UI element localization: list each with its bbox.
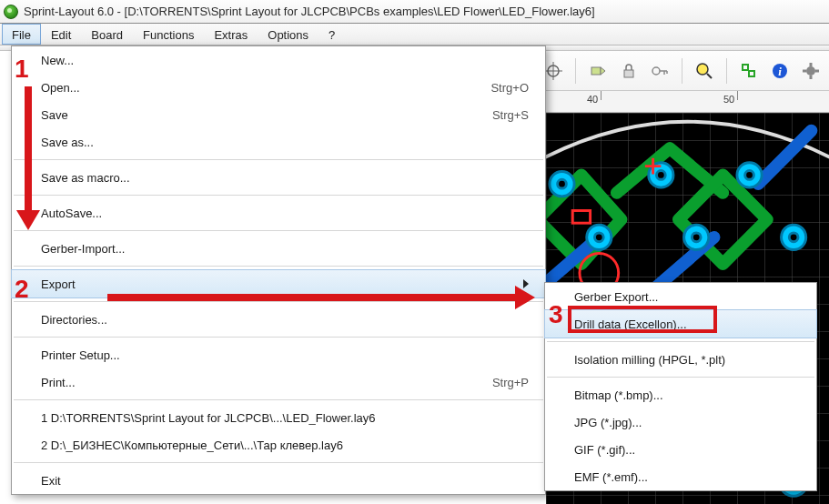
toolbar-separator <box>575 58 576 84</box>
label: EMF (*.emf)... <box>574 470 648 484</box>
menu-separator <box>14 230 543 231</box>
label: JPG (*.jpg)... <box>574 416 642 429</box>
menu-file[interactable]: File <box>2 24 41 45</box>
menu-edit[interactable]: Edit <box>41 24 81 45</box>
menu-separator <box>14 159 543 160</box>
svg-rect-13 <box>749 71 754 76</box>
menu-separator <box>14 462 543 463</box>
label: Bitmap (*.bmp)... <box>574 388 663 402</box>
export-submenu: Gerber Export... Drill data (Excellon)..… <box>544 282 817 491</box>
titlebar: Sprint-Layout 6.0 - [D:\TORRENTS\Sprint … <box>0 0 829 24</box>
menu-separator <box>547 377 814 378</box>
label: AutoSave... <box>41 207 102 220</box>
label: Drill data (Excellon)... <box>574 318 687 331</box>
menu-directories[interactable]: Directories... <box>12 306 545 333</box>
svg-marker-4 <box>601 67 605 75</box>
menu-new[interactable]: New... <box>12 46 545 74</box>
menu-save-as[interactable]: Save as... <box>12 128 545 156</box>
label: Save <box>41 108 68 122</box>
tool-gear-icon[interactable] <box>798 58 824 84</box>
menu-help[interactable]: ? <box>318 24 345 45</box>
svg-rect-35 <box>572 211 590 224</box>
tool-lock-icon[interactable] <box>616 58 642 84</box>
tool-tag-icon[interactable] <box>585 58 611 84</box>
submenu-gif[interactable]: GIF (*.gif)... <box>545 436 816 463</box>
menu-board[interactable]: Board <box>81 24 133 45</box>
toolbar-separator <box>682 58 682 84</box>
label: 1 D:\TORRENTS\Sprint Layout for JLCPCB\.… <box>41 411 376 425</box>
file-menu-dropdown: New... Open... Strg+O Save Strg+S Save a… <box>11 45 546 495</box>
svg-point-28 <box>692 233 701 242</box>
menu-save[interactable]: Save Strg+S <box>12 101 545 128</box>
toolbar-separator <box>726 58 727 84</box>
menu-separator <box>14 301 543 302</box>
label: New... <box>41 54 74 67</box>
shortcut: Strg+S <box>492 108 529 122</box>
label: Open... <box>41 81 80 95</box>
app-icon <box>4 5 18 19</box>
menu-open[interactable]: Open... Strg+O <box>12 74 545 101</box>
svg-point-6 <box>652 67 660 75</box>
tool-magnifier-icon[interactable] <box>692 58 717 84</box>
menu-gerber-import[interactable]: Gerber-Import... <box>12 235 545 262</box>
svg-point-30 <box>745 171 754 180</box>
menu-separator <box>14 399 543 400</box>
menu-exit[interactable]: Exit <box>12 467 545 494</box>
menu-export[interactable]: Export <box>12 270 545 297</box>
menubar: File Edit Board Functions Extras Options… <box>0 24 829 45</box>
svg-point-26 <box>656 171 665 180</box>
menu-extras[interactable]: Extras <box>204 24 258 45</box>
label: Printer Setup... <box>41 348 120 362</box>
menu-save-as-macro[interactable]: Save as macro... <box>12 164 545 191</box>
menu-separator <box>14 266 543 267</box>
menu-recent-2[interactable]: 2 D:\_БИЗНЕС\Компьютерные_Сети\...\Тар к… <box>12 431 545 459</box>
menu-options[interactable]: Options <box>258 24 318 45</box>
label: Isolation milling (HPGL, *.plt) <box>574 353 725 367</box>
label: Print... <box>41 376 76 389</box>
svg-point-32 <box>789 233 798 242</box>
menu-recent-1[interactable]: 1 D:\TORRENTS\Sprint Layout for JLCPCB\.… <box>12 404 545 431</box>
label: 2 D:\_БИЗНЕС\Компьютерные_Сети\...\Тар к… <box>41 438 343 452</box>
submenu-jpg[interactable]: JPG (*.jpg)... <box>545 408 816 436</box>
submenu-arrow-icon <box>523 279 529 288</box>
menu-functions[interactable]: Functions <box>133 24 204 45</box>
submenu-gerber-export[interactable]: Gerber Export... <box>545 283 816 310</box>
submenu-isolation-milling[interactable]: Isolation milling (HPGL, *.plt) <box>545 346 816 373</box>
label: Save as macro... <box>41 171 130 185</box>
window-title: Sprint-Layout 6.0 - [D:\TORRENTS\Sprint … <box>24 5 595 18</box>
svg-rect-12 <box>743 65 748 70</box>
shortcut: Strg+O <box>490 81 529 95</box>
svg-point-16 <box>806 66 815 76</box>
label: Gerber-Import... <box>41 242 125 256</box>
svg-rect-3 <box>591 67 601 75</box>
tool-key-icon[interactable] <box>647 58 672 84</box>
label: Exit <box>41 474 61 488</box>
menu-autosave[interactable]: AutoSave... <box>12 199 545 227</box>
label: GIF (*.gif)... <box>574 443 635 457</box>
submenu-bitmap[interactable]: Bitmap (*.bmp)... <box>545 381 816 408</box>
toolbar: i <box>535 51 829 91</box>
ruler-tick <box>601 91 602 100</box>
tool-info-icon[interactable]: i <box>767 58 793 84</box>
menu-separator <box>14 337 543 338</box>
tool-crop-icon[interactable] <box>736 58 762 84</box>
submenu-emf[interactable]: EMF (*.emf)... <box>545 463 816 490</box>
svg-text:i: i <box>778 65 782 78</box>
ruler-tick <box>737 91 738 100</box>
submenu-drill-excellon[interactable]: Drill data (Excellon)... <box>545 310 816 338</box>
ruler-tick-label: 50 <box>723 94 734 105</box>
label: Save as... <box>41 136 94 149</box>
ruler: 40 50 <box>546 91 829 113</box>
menu-separator <box>14 195 543 196</box>
menu-printer-setup[interactable]: Printer Setup... <box>12 341 545 368</box>
svg-rect-5 <box>624 70 633 77</box>
svg-point-24 <box>594 233 603 242</box>
svg-point-22 <box>558 179 567 188</box>
menu-separator <box>547 341 814 342</box>
label: Gerber Export... <box>574 290 658 304</box>
menu-print[interactable]: Print... Strg+P <box>12 368 545 396</box>
ruler-tick-label: 40 <box>587 94 598 105</box>
svg-point-10 <box>697 64 708 75</box>
svg-line-11 <box>707 74 712 78</box>
shortcut: Strg+P <box>492 376 529 389</box>
